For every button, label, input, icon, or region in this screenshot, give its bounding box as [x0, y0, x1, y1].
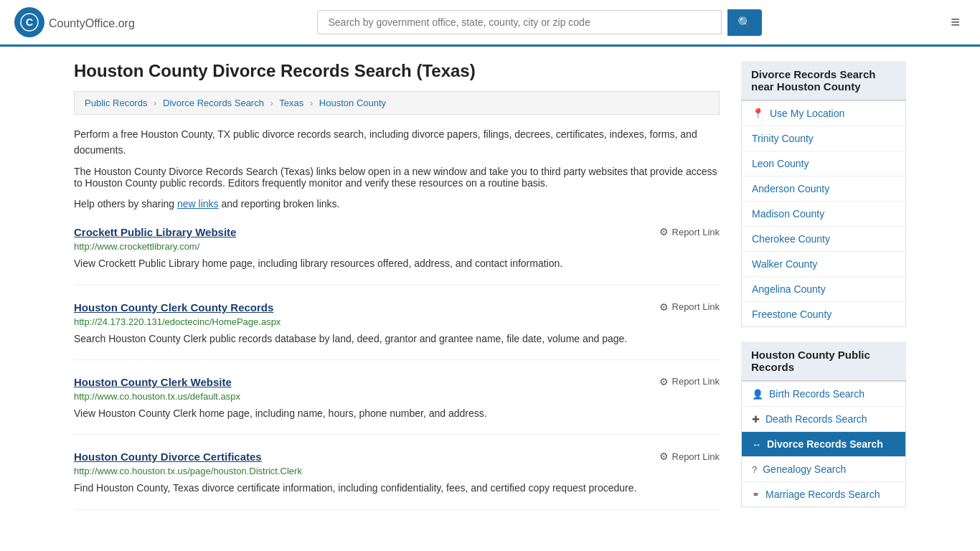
marriage-icon: ⚭: [752, 489, 760, 500]
sidebar-county-walker[interactable]: Walker County: [742, 252, 905, 277]
death-icon: ✚: [752, 414, 760, 425]
search-area: 🔍: [317, 9, 762, 36]
record-title[interactable]: Crockett Public Library Website: [74, 226, 236, 238]
sharing-text: Help others by sharing new links and rep…: [74, 196, 720, 212]
report-icon: ⚙: [659, 301, 669, 313]
report-icon: ⚙: [659, 226, 669, 237]
record-url[interactable]: http://www.crockettlibrary.com/: [74, 241, 720, 252]
logo-area[interactable]: C CountyOffice.org: [14, 7, 135, 37]
death-records-item[interactable]: ✚ Death Records Search: [742, 407, 905, 432]
intro-paragraph-1: Perform a free Houston County, TX public…: [74, 126, 720, 159]
logo-text: CountyOffice.org: [49, 14, 135, 31]
sidebar-county-madison[interactable]: Madison County: [742, 202, 905, 227]
intro-paragraph-2: The Houston County Divorce Records Searc…: [74, 166, 720, 189]
marriage-records-link[interactable]: Marriage Records Search: [765, 489, 880, 500]
record-desc: View Crockett Public Library home page, …: [74, 255, 720, 271]
public-records-links: 👤 Birth Records Search ✚ Death Records S…: [741, 381, 906, 507]
breadcrumb-divorce-records[interactable]: Divorce Records Search: [163, 98, 264, 108]
svg-text:C: C: [26, 17, 33, 28]
report-link-1[interactable]: ⚙ Report Link: [659, 226, 720, 237]
sidebar-county-anderson[interactable]: Anderson County: [742, 176, 905, 202]
record-title[interactable]: Houston County Divorce Certificates: [74, 451, 262, 463]
report-link-2[interactable]: ⚙ Report Link: [659, 301, 720, 313]
breadcrumb-houston-county[interactable]: Houston County: [319, 98, 386, 108]
divorce-records-link[interactable]: Divorce Records Search: [767, 438, 883, 450]
record-url[interactable]: http://www.co.houston.tx.us/page/houston…: [74, 466, 720, 476]
record-desc: View Houston County Clerk home page, inc…: [74, 405, 720, 421]
sidebar-county-angelina[interactable]: Angelina County: [742, 277, 905, 302]
records-list: Crockett Public Library Website ⚙ Report…: [74, 226, 720, 510]
marriage-records-item[interactable]: ⚭ Marriage Records Search: [742, 482, 905, 507]
pin-icon: 📍: [752, 108, 764, 119]
new-links-link[interactable]: new links: [177, 198, 219, 209]
sidebar: Divorce Records Searchnear Houston Count…: [741, 61, 906, 526]
breadcrumb-public-records[interactable]: Public Records: [85, 98, 147, 108]
record-url[interactable]: http://24.173.220.131/edoctecinc/HomePag…: [74, 316, 720, 327]
menu-button[interactable]: ≡: [945, 10, 966, 34]
report-icon: ⚙: [659, 376, 669, 387]
sidebar-county-trinity[interactable]: Trinity County: [742, 126, 905, 151]
nearby-links: 📍 Use My Location Trinity County Leon Co…: [741, 100, 906, 327]
birth-icon: 👤: [752, 389, 763, 400]
record-item: Crockett Public Library Website ⚙ Report…: [74, 226, 720, 285]
divorce-records-item[interactable]: ↔ Divorce Records Search: [742, 432, 905, 457]
public-records-section-title: Houston County Public Records: [741, 342, 906, 381]
divorce-icon: ↔: [752, 439, 761, 450]
birth-records-item[interactable]: 👤 Birth Records Search: [742, 382, 905, 407]
record-title[interactable]: Houston County Clerk County Records: [74, 301, 273, 314]
record-item: Houston County Divorce Certificates ⚙ Re…: [74, 451, 720, 509]
use-location-link[interactable]: Use My Location: [770, 108, 844, 119]
sidebar-county-leon[interactable]: Leon County: [742, 151, 905, 176]
breadcrumb: Public Records › Divorce Records Search …: [74, 91, 720, 115]
page-title: Houston County Divorce Records Search (T…: [74, 61, 720, 81]
sidebar-county-cherokee[interactable]: Cherokee County: [742, 227, 905, 252]
sidebar-county-freestone[interactable]: Freestone County: [742, 302, 905, 326]
logo-icon: C: [14, 7, 44, 37]
death-records-link[interactable]: Death Records Search: [765, 413, 867, 425]
search-button[interactable]: 🔍: [727, 9, 762, 36]
search-input[interactable]: [317, 10, 722, 34]
record-desc: Search Houston County Clerk public recor…: [74, 331, 720, 347]
record-item: Houston County Clerk County Records ⚙ Re…: [74, 301, 720, 360]
genealogy-icon: ?: [752, 464, 757, 475]
birth-records-link[interactable]: Birth Records Search: [769, 388, 864, 400]
breadcrumb-texas[interactable]: Texas: [279, 98, 303, 108]
genealogy-item[interactable]: ? Genealogy Search: [742, 457, 905, 482]
use-location-item[interactable]: 📍 Use My Location: [742, 101, 905, 126]
record-url[interactable]: http://www.co.houston.tx.us/default.aspx: [74, 391, 720, 402]
report-link-4[interactable]: ⚙ Report Link: [659, 451, 720, 462]
report-link-3[interactable]: ⚙ Report Link: [659, 376, 720, 387]
record-item: Houston County Clerk Website ⚙ Report Li…: [74, 376, 720, 435]
record-desc: Find Houston County, Texas divorce certi…: [74, 480, 720, 496]
report-icon: ⚙: [659, 451, 669, 462]
nearby-section-title: Divorce Records Searchnear Houston Count…: [741, 61, 906, 100]
record-title[interactable]: Houston County Clerk Website: [74, 376, 232, 388]
genealogy-link[interactable]: Genealogy Search: [763, 463, 846, 475]
